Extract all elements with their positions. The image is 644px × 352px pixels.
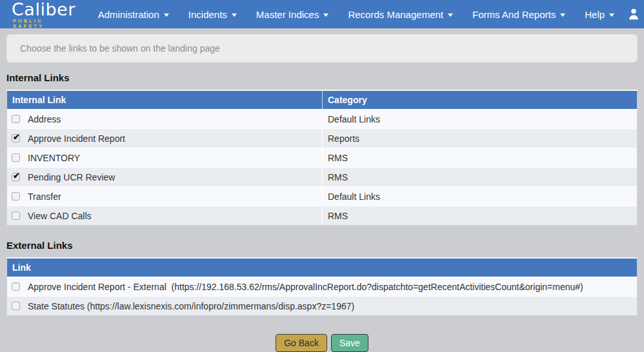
- category-cell: RMS: [322, 206, 637, 225]
- table-row: Pending UCR Review RMS: [7, 167, 637, 186]
- menu-item-label: Administration: [98, 9, 159, 20]
- internal-table-header: Internal Link Category: [7, 91, 637, 109]
- link-cell: Transfer: [7, 187, 322, 206]
- link-label: Approve Incident Report: [28, 133, 125, 144]
- menu-item-label: Master Indices: [256, 9, 319, 20]
- row-checkbox[interactable]: [12, 115, 20, 123]
- menu-item[interactable]: Incidents: [179, 0, 247, 28]
- button-bar: Go Back Save: [0, 334, 644, 352]
- link-label: Approve Incident Report - External (http…: [28, 282, 583, 292]
- category-cell: RMS: [322, 148, 637, 167]
- category-cell: Default Links: [322, 187, 637, 206]
- table-row: Address Default Links: [7, 109, 637, 128]
- logo-title: Caliber: [12, 1, 75, 18]
- link-label: INVENTORY: [28, 153, 80, 163]
- table-row: Approve Incident Report - External (http…: [7, 277, 637, 296]
- save-button[interactable]: Save: [331, 334, 368, 352]
- menu-item[interactable]: Master Indices: [247, 0, 339, 28]
- table-row: INVENTORY RMS: [7, 148, 637, 167]
- chevron-down-icon: [448, 14, 453, 17]
- table-row: View CAD Calls RMS: [7, 206, 637, 225]
- link-label: Address: [28, 114, 61, 124]
- column-header-link: Link: [7, 259, 637, 277]
- chevron-down-icon: [323, 14, 328, 17]
- link-cell: View CAD Calls: [7, 206, 322, 225]
- row-checkbox[interactable]: [12, 192, 20, 200]
- row-checkbox[interactable]: [12, 173, 20, 181]
- internal-links-heading: Internal Links: [6, 72, 638, 83]
- table-row: Approve Incident Report Reports: [7, 128, 637, 148]
- external-links-heading: External Links: [6, 240, 638, 251]
- row-checkbox[interactable]: [12, 282, 20, 291]
- menu-item[interactable]: Records Management: [338, 0, 463, 28]
- chevron-down-icon: [560, 14, 565, 17]
- info-message-panel: Choose the links to be shown on the land…: [6, 34, 638, 63]
- row-checkbox[interactable]: [12, 134, 20, 142]
- column-header-internal-link: Internal Link: [7, 91, 322, 109]
- table-row: State Statutes (https://law.lexisnexis.c…: [7, 296, 637, 315]
- top-navbar: Caliber PUBLIC SAFETY Administration Inc…: [0, 0, 644, 28]
- chevron-down-icon: [232, 14, 237, 17]
- link-cell: State Statutes (https://law.lexisnexis.c…: [7, 297, 637, 315]
- row-checkbox[interactable]: [12, 153, 20, 162]
- link-cell: Address: [7, 110, 322, 128]
- menu-item-label: Records Management: [348, 9, 443, 20]
- menu-item[interactable]: Forms And Reports: [463, 0, 575, 28]
- menu-item-label: Incidents: [188, 9, 227, 20]
- category-cell: RMS: [322, 168, 637, 186]
- navbar-right: 113 / 0: [624, 6, 644, 23]
- go-back-button[interactable]: Go Back: [276, 334, 327, 352]
- user-menu[interactable]: [624, 6, 644, 23]
- main-menu: Administration Incidents Master Indices …: [88, 0, 624, 28]
- menu-item[interactable]: Help: [575, 0, 624, 28]
- external-links-table: Link Approve Incident Report - External …: [6, 257, 638, 316]
- internal-table-body: Address Default Links Approve Incident R…: [7, 109, 637, 225]
- category-cell: Reports: [322, 129, 637, 148]
- row-checkbox[interactable]: [12, 211, 20, 220]
- link-cell: INVENTORY: [7, 148, 322, 167]
- link-cell: Approve Incident Report - External (http…: [7, 277, 637, 296]
- internal-links-table: Internal Link Category Address Default L…: [6, 90, 638, 226]
- menu-item-label: Forms And Reports: [472, 9, 556, 20]
- link-label: State Statutes (https://law.lexisnexis.c…: [28, 301, 354, 311]
- link-cell: Approve Incident Report: [7, 129, 322, 148]
- chevron-down-icon: [609, 14, 614, 17]
- category-cell: Default Links: [322, 110, 637, 128]
- external-table-header: Link: [7, 259, 637, 277]
- external-table-body: Approve Incident Report - External (http…: [7, 277, 637, 315]
- info-message-text: Choose the links to be shown on the land…: [20, 43, 220, 54]
- menu-item[interactable]: Administration: [88, 0, 179, 28]
- caliber-logo: Caliber PUBLIC SAFETY: [12, 1, 75, 28]
- chevron-down-icon: [164, 14, 169, 17]
- link-cell: Pending UCR Review: [7, 168, 322, 186]
- row-checkbox[interactable]: [12, 302, 20, 310]
- link-label: Pending UCR Review: [28, 172, 115, 182]
- table-row: Transfer Default Links: [7, 186, 637, 206]
- user-icon: [627, 7, 641, 21]
- logo-subtitle: PUBLIC SAFETY: [13, 19, 75, 28]
- menu-item-label: Help: [585, 9, 605, 20]
- link-label: Transfer: [28, 191, 61, 202]
- link-label: View CAD Calls: [28, 211, 92, 221]
- column-header-category: Category: [322, 91, 637, 109]
